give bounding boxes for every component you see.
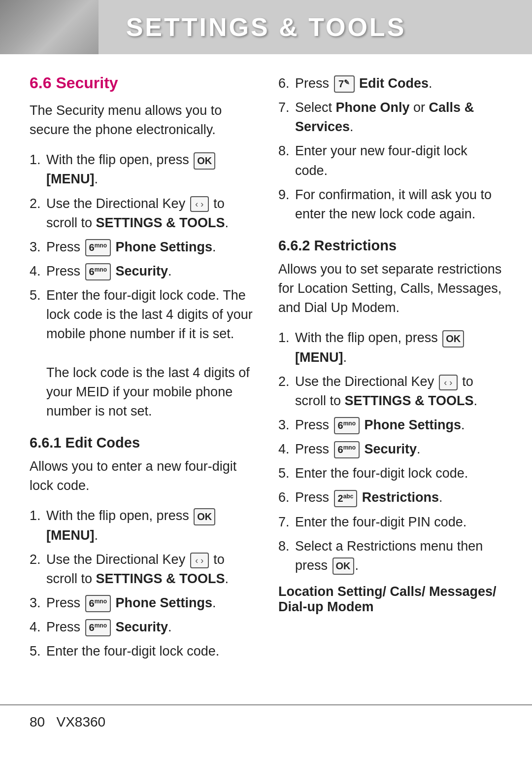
subsection-662-intro: Allows you to set separate restrictions … [278,260,502,317]
intro-text: The Security menu allows you to secure t… [30,101,254,139]
subsection-661-title: 6.6.1 Edit Codes [30,435,254,451]
list-item: Use the Directional Key ‹ › to scroll to… [44,550,254,589]
content-area: 6.6 Security The Security menu allows yo… [0,54,532,690]
section-title: 6.6 Security [30,74,254,92]
key-6mno-icon: 6mno [85,595,111,612]
list-item: Press 2abc Restrictions. [293,488,502,507]
list-item: Press 6mno Phone Settings. [293,416,502,435]
key-6mno-icon: 6mno [85,263,111,280]
list-item: Use the Directional Key ‹ › to scroll to… [44,194,254,233]
footer-model: VX8360 [57,714,106,730]
list-item: With the flip open, press OK [MENU]. [44,506,254,545]
header-title: SETTINGS & TOOLS [0,12,532,42]
footer-page-number: 80 [30,714,45,730]
key-6mno-icon: 6mno [334,417,360,434]
list-item: For confirmation, it will ask you to ent… [293,185,502,224]
footer-text: 80 VX8360 [30,714,105,730]
list-item: Press 6mno Security. [44,262,254,281]
list-item: Press 6mno Phone Settings. [44,238,254,257]
list-item: Press 6mno Security. [44,618,254,637]
ok-key-icon: OK [194,508,215,525]
subsection-661-intro: Allows you to enter a new four-digit loc… [30,457,254,495]
key-2abc-icon: 2abc [334,490,358,507]
key-7-icon: 7✎ [334,75,355,93]
page-header: SETTINGS & TOOLS [0,0,532,54]
list-item: Enter the four-digit lock code. [293,464,502,483]
ok-key-icon: OK [332,557,354,575]
right-column: Press 7✎ Edit Codes. Select Phone Only o… [278,74,502,670]
subsection-662-title: 6.6.2 Restrictions [278,238,502,254]
list-item: Press 6mno Security. [293,440,502,459]
edit-codes-steps-list: With the flip open, press OK [MENU]. Use… [44,506,254,661]
ok-key-icon: OK [442,330,464,348]
left-column: 6.6 Security The Security menu allows yo… [30,74,254,670]
dir-key-icon: ‹ › [190,553,209,568]
main-steps-list: With the flip open, press OK [MENU]. Use… [44,150,254,421]
list-item: Select a Restrictions menu then press OK… [293,537,502,575]
list-item: Use the Directional Key ‹ › to scroll to… [293,372,502,411]
dir-key-icon: ‹ › [190,196,209,212]
list-item: Select Phone Only or Calls & Services. [293,98,502,137]
footer: 80 VX8360 [0,704,532,739]
key-6mno-icon: 6mno [334,441,360,458]
dir-key-icon: ‹ › [439,375,458,390]
list-item: With the flip open, press OK [MENU]. [44,150,254,189]
list-item: Enter the four-digit lock code. [44,642,254,661]
list-item: Enter the four-digit lock code. The lock… [44,286,254,421]
list-item: Enter your new four-digit lock code. [293,141,502,180]
edit-codes-steps-continued: Press 7✎ Edit Codes. Select Phone Only o… [293,74,502,224]
list-item: With the flip open, press OK [MENU]. [293,328,502,367]
list-item: Press 6mno Phone Settings. [44,593,254,613]
key-6mno-icon: 6mno [85,239,111,256]
restrictions-steps-list: With the flip open, press OK [MENU]. Use… [293,328,502,575]
list-item: Press 7✎ Edit Codes. [293,74,502,93]
list-item: Enter the four-digit PIN code. [293,513,502,532]
ok-key-icon: OK [194,152,215,170]
key-6mno-icon: 6mno [85,619,111,636]
location-setting-note: Location Setting/ Calls/ Messages/ Dial-… [278,584,502,615]
